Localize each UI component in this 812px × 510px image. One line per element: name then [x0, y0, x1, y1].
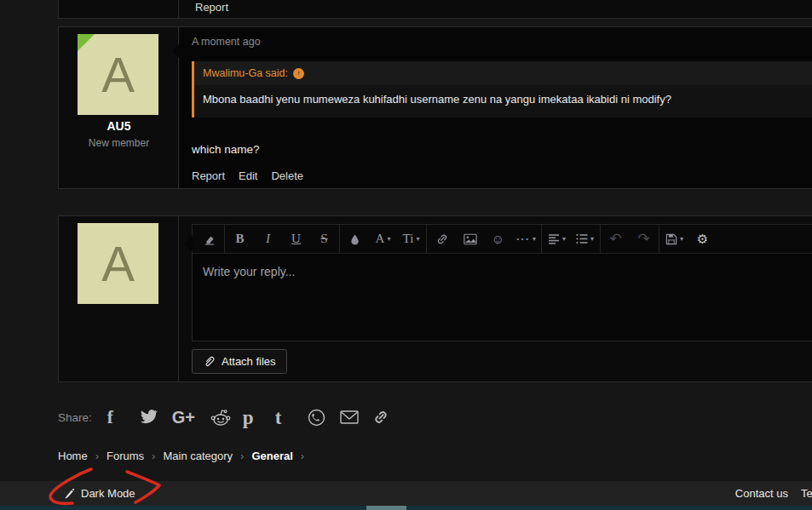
share-whatsapp-button[interactable] [308, 409, 340, 427]
share-facebook-button[interactable]: f [107, 409, 140, 427]
more-options-button[interactable]: ···▾ [512, 227, 540, 251]
toolbar-separator [339, 225, 340, 253]
report-link[interactable]: Report [192, 169, 225, 182]
chevron-right-icon: › [301, 450, 304, 462]
share-pinterest-button[interactable]: p [243, 408, 275, 427]
breadcrumb-general[interactable]: General [251, 450, 292, 462]
terms-link-partial[interactable]: Te [801, 481, 812, 506]
editor-toolbar: B I U S A▾ Ti▾ ☺ ···▾ [193, 225, 812, 254]
share-twitter-button[interactable] [140, 410, 172, 425]
bold-button[interactable]: B [226, 227, 254, 251]
droplet-icon [350, 233, 360, 245]
chevron-down-icon: ▾ [533, 235, 536, 243]
gear-icon: ⚙ [697, 232, 708, 247]
reply-input[interactable]: Write your reply... [193, 254, 812, 341]
attach-files-button[interactable]: Attach files [192, 349, 287, 374]
breadcrumb-forums[interactable]: Forums [107, 450, 144, 462]
undo-icon: ↶ [609, 232, 621, 246]
tumblr-icon: t [275, 408, 282, 427]
chevron-down-icon: ▾ [562, 235, 566, 243]
scrollbar-thumb[interactable] [366, 506, 406, 510]
breadcrumb: Home › Forums › Main category › General … [58, 450, 312, 462]
align-left-icon [548, 233, 560, 244]
link-icon [435, 232, 449, 246]
strikethrough-button[interactable]: S [310, 227, 338, 251]
underline-button[interactable]: U [282, 227, 310, 251]
post-actions: Report Edit Delete [192, 169, 303, 182]
contact-us-link[interactable]: Contact us [735, 481, 788, 506]
drafts-button[interactable]: ▾ [660, 227, 688, 251]
more-dots-icon: ··· [516, 232, 530, 245]
whatsapp-icon [308, 409, 325, 427]
font-size-button[interactable]: Ti▾ [397, 227, 425, 251]
message-beak [172, 43, 180, 59]
post-timestamp-link[interactable]: A moment ago [192, 36, 261, 48]
paperclip-icon [203, 355, 215, 368]
reply-avatar[interactable]: A [78, 223, 158, 304]
italic-button[interactable]: I [254, 227, 282, 251]
smiley-icon: ☺ [492, 232, 504, 245]
user-title: New member [59, 137, 179, 149]
undo-button[interactable]: ↶ [602, 227, 630, 251]
text-color-button[interactable] [341, 227, 369, 251]
chevron-right-icon: › [152, 450, 155, 462]
google-plus-icon: G+ [172, 409, 195, 426]
quote-attribution-text: Mwalimu-Ga said: [203, 61, 288, 85]
previous-post-report-link[interactable]: Report [195, 1, 228, 14]
delete-link[interactable]: Delete [271, 169, 303, 182]
share-email-button[interactable] [340, 410, 372, 424]
editor-settings-button[interactable]: ⚙ [688, 227, 717, 251]
insert-link-button[interactable] [428, 227, 456, 251]
paintbrush-icon [64, 488, 75, 500]
share-row: Share: f G+ p t [58, 406, 405, 428]
share-tumblr-button[interactable]: t [275, 408, 308, 427]
chevron-down-icon: ▾ [387, 235, 390, 243]
eraser-icon [203, 232, 216, 245]
horizontal-scrollbar[interactable] [0, 506, 812, 510]
chevron-down-icon: ▾ [680, 235, 683, 243]
editor-beak [184, 235, 193, 252]
share-link-button[interactable] [372, 409, 405, 426]
redo-icon: ↷ [637, 232, 649, 246]
forum-thread-page: Report A AU5 New member A moment ago Mwa… [0, 0, 812, 510]
breadcrumb-main-category[interactable]: Main category [163, 450, 233, 462]
insert-smiley-button[interactable]: ☺ [484, 227, 512, 251]
reddit-icon [210, 409, 231, 427]
chevron-down-icon: ▾ [590, 235, 594, 243]
chevron-right-icon: › [95, 450, 99, 462]
quote-block: Mwalimu-Ga said: ↑ Mbona baadhi yenu mum… [192, 61, 812, 117]
reply-author-column: A [59, 216, 179, 381]
username-link[interactable]: AU5 [59, 119, 179, 133]
alignment-button[interactable]: ▾ [543, 227, 571, 251]
rich-text-editor: B I U S A▾ Ti▾ ☺ ···▾ [192, 224, 812, 341]
dark-mode-toggle[interactable]: Dark Mode [64, 481, 135, 506]
previous-post-avatar-column [59, 0, 179, 18]
toolbar-separator [426, 225, 427, 253]
image-icon [464, 233, 477, 245]
post: A AU5 New member A moment ago Mwalimu-Ga… [58, 26, 812, 189]
avatar-letter: A [101, 239, 135, 289]
quote-text: Mbona baadhi yenu mumeweza kuhifadhi use… [194, 85, 812, 117]
list-button[interactable]: ▾ [571, 227, 599, 251]
toolbar-separator [600, 225, 601, 253]
redo-button[interactable]: ↷ [630, 227, 658, 251]
remove-format-button[interactable] [195, 227, 223, 251]
insert-image-button[interactable] [456, 227, 484, 251]
toolbar-separator [224, 225, 225, 253]
avatar[interactable]: A [78, 34, 158, 115]
arrow-up-circle-icon[interactable]: ↑ [293, 68, 304, 79]
edit-link[interactable]: Edit [239, 169, 257, 182]
twitter-icon [140, 410, 158, 425]
post-body-text: which name? [192, 143, 260, 156]
quote-attribution[interactable]: Mwalimu-Ga said: ↑ [194, 61, 812, 85]
post-message: A moment ago Mwalimu-Ga said: ↑ Mbona ba… [180, 27, 812, 188]
previous-post-partial: Report [58, 0, 812, 19]
share-google-plus-button[interactable]: G+ [172, 409, 210, 426]
font-family-button[interactable]: A▾ [369, 227, 397, 251]
reply-editor-block: A B I U S A▾ Ti▾ [58, 215, 812, 382]
breadcrumb-home[interactable]: Home [58, 450, 88, 462]
chevron-right-icon: › [240, 450, 244, 462]
share-reddit-button[interactable] [210, 409, 243, 427]
dark-mode-label: Dark Mode [81, 487, 135, 500]
avatar-letter: A [101, 50, 135, 100]
